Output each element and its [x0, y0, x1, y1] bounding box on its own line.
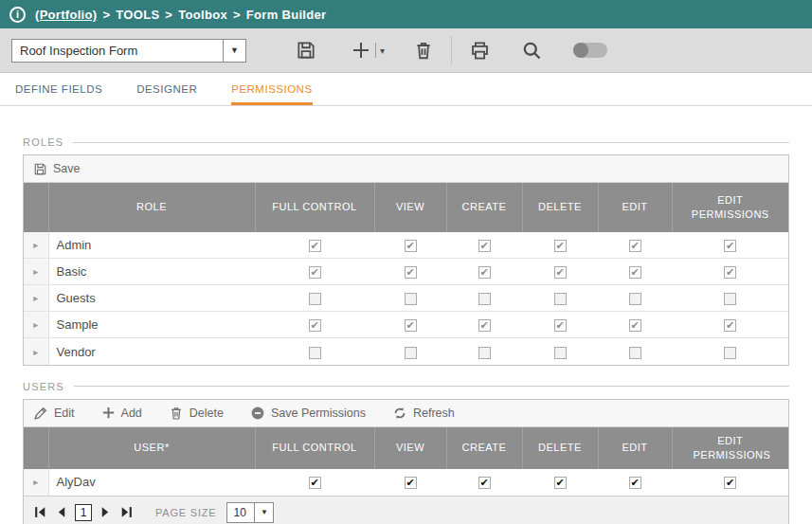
users-refresh-button[interactable]: Refresh: [392, 406, 455, 421]
users-add-button[interactable]: Add: [101, 406, 142, 420]
tab-define-fields[interactable]: DEFINE FIELDS: [15, 73, 102, 105]
permission-checkbox[interactable]: [405, 293, 417, 305]
next-page-button[interactable]: [99, 505, 113, 519]
users-section-header: USERS: [23, 381, 789, 392]
permission-checkbox[interactable]: [724, 293, 736, 305]
permission-checkbox[interactable]: [724, 477, 736, 489]
previous-page-button[interactable]: [54, 505, 68, 519]
permission-checkbox[interactable]: [478, 347, 491, 359]
users-delete-button[interactable]: Delete: [169, 406, 224, 421]
permission-checkbox[interactable]: [554, 347, 567, 359]
permission-checkbox[interactable]: [554, 319, 567, 332]
table-row: ▸ AlyDav: [24, 469, 788, 496]
tab-designer[interactable]: DESIGNER: [136, 73, 197, 105]
permission-checkbox[interactable]: [629, 477, 641, 489]
permission-checkbox[interactable]: [478, 319, 491, 332]
row-expander[interactable]: ▸: [24, 259, 48, 285]
search-button[interactable]: [521, 40, 543, 62]
permission-checkbox[interactable]: [554, 293, 567, 305]
permission-checkbox[interactable]: [309, 477, 321, 489]
add-button[interactable]: ▾: [351, 40, 385, 61]
table-row: ▸ Guests: [24, 285, 788, 312]
users-add-label: Add: [121, 407, 142, 420]
row-expander[interactable]: ▸: [24, 469, 48, 496]
last-page-button[interactable]: [119, 505, 134, 519]
breadcrumb-toolbox[interactable]: Toolbox: [178, 8, 227, 22]
permission-checkbox[interactable]: [405, 477, 417, 489]
row-expander[interactable]: ▸: [24, 338, 48, 365]
role-name-cell: Guests: [48, 285, 255, 312]
permission-checkbox[interactable]: [554, 240, 567, 252]
column-header-edit-permissions: EDIT PERMISSIONS: [672, 183, 788, 232]
permission-checkbox[interactable]: [724, 347, 736, 359]
permission-checkbox[interactable]: [629, 347, 641, 359]
permission-checkbox[interactable]: [629, 240, 641, 252]
permission-checkbox[interactable]: [724, 319, 736, 332]
tab-permissions[interactable]: PERMISSIONS: [231, 73, 312, 105]
users-section-title: USERS: [23, 381, 64, 392]
add-dropdown-caret[interactable]: ▾: [375, 43, 385, 58]
users-save-permissions-button[interactable]: Save Permissions: [250, 406, 366, 421]
breadcrumb-tools[interactable]: TOOLS: [116, 8, 159, 22]
permission-checkbox[interactable]: [309, 266, 321, 279]
permission-checkbox[interactable]: [405, 266, 417, 279]
page-number[interactable]: 1: [75, 504, 92, 521]
permission-checkbox[interactable]: [478, 293, 491, 305]
roles-grid: Save ROLE FULL CONTROL VIEW CREATE DELET…: [23, 154, 789, 366]
roles-section-title: ROLES: [23, 136, 63, 148]
save-button[interactable]: [296, 40, 316, 61]
minus-circle-icon: [250, 406, 265, 421]
row-expander[interactable]: ▸: [24, 285, 48, 312]
section-divider: [73, 142, 789, 143]
delete-button[interactable]: [413, 40, 434, 61]
permission-checkbox[interactable]: [554, 266, 567, 279]
permission-checkbox[interactable]: [478, 266, 491, 279]
permission-checkbox[interactable]: [309, 293, 321, 305]
column-header-create: CREATE: [446, 427, 522, 469]
expander-column-header: [24, 183, 48, 232]
refresh-icon: [392, 406, 407, 421]
permission-checkbox[interactable]: [309, 347, 321, 359]
row-expander[interactable]: ▸: [24, 312, 48, 338]
permission-checkbox[interactable]: [478, 240, 491, 252]
row-expander[interactable]: ▸: [24, 232, 48, 259]
permission-checkbox[interactable]: [629, 319, 641, 332]
save-icon: [296, 40, 316, 61]
print-button[interactable]: [469, 40, 491, 62]
permission-checkbox[interactable]: [629, 266, 641, 279]
first-page-button[interactable]: [33, 505, 47, 519]
toggle-switch[interactable]: [573, 43, 607, 58]
column-header-edit: EDIT: [598, 183, 672, 232]
save-icon: [33, 162, 47, 176]
users-save-permissions-label: Save Permissions: [271, 407, 366, 420]
permission-checkbox[interactable]: [629, 293, 641, 305]
breadcrumb-portfolio-link[interactable]: (Portfolio): [35, 8, 97, 22]
toggle-button[interactable]: [573, 43, 607, 58]
plus-icon: [101, 406, 116, 420]
roles-section-header: ROLES: [23, 136, 789, 148]
section-divider: [74, 386, 789, 387]
permission-checkbox[interactable]: [309, 319, 321, 332]
page-size-selector[interactable]: 10 ▼: [226, 502, 274, 523]
main-toolbar: Roof Inspection Form ▼ ▾: [0, 28, 812, 73]
roles-header-row: ROLE FULL CONTROL VIEW CREATE DELETE EDI…: [24, 183, 788, 232]
permission-checkbox[interactable]: [554, 477, 567, 489]
permission-checkbox[interactable]: [405, 319, 417, 332]
users-edit-button[interactable]: Edit: [33, 406, 75, 421]
permission-checkbox[interactable]: [405, 347, 417, 359]
permission-checkbox[interactable]: [405, 240, 417, 252]
permission-checkbox[interactable]: [724, 240, 736, 252]
trash-icon: [169, 406, 184, 421]
form-selector-dropdown-button[interactable]: ▼: [223, 40, 245, 62]
info-icon[interactable]: i: [9, 7, 26, 23]
page-size-dropdown-button[interactable]: ▼: [254, 503, 273, 522]
column-header-delete: DELETE: [522, 427, 598, 469]
breadcrumb-separator: >: [102, 8, 110, 22]
permission-checkbox[interactable]: [309, 240, 321, 252]
breadcrumb: (Portfolio) > TOOLS > Toolbox > Form Bui…: [35, 8, 326, 22]
roles-save-button[interactable]: Save: [33, 162, 81, 176]
permission-checkbox[interactable]: [478, 477, 491, 489]
permission-checkbox[interactable]: [724, 266, 736, 279]
form-selector[interactable]: Roof Inspection Form ▼: [11, 39, 246, 63]
users-delete-label: Delete: [189, 407, 224, 420]
